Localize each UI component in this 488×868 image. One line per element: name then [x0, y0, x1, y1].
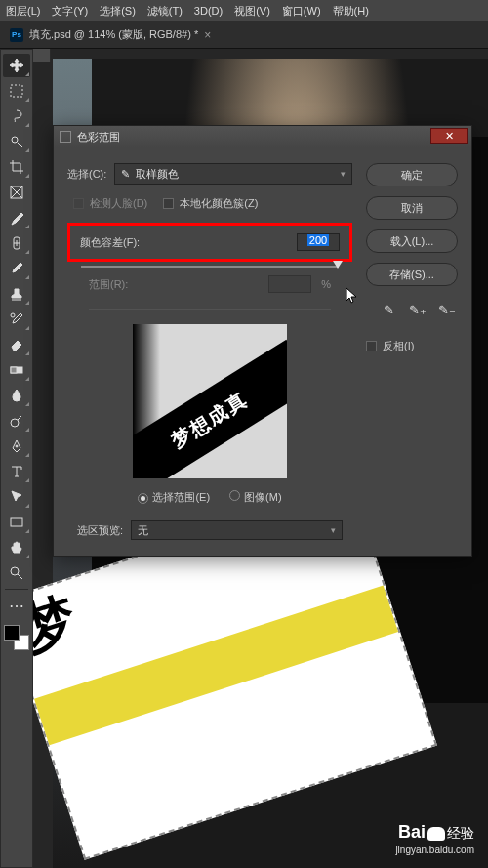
hand-tool[interactable] — [3, 536, 30, 559]
zoom-tool[interactable] — [3, 561, 30, 585]
healing-tool[interactable] — [3, 231, 30, 255]
tab-close-icon[interactable]: × — [204, 28, 211, 42]
save-button[interactable]: 存储(S)... — [366, 263, 458, 286]
dodge-tool[interactable] — [3, 409, 30, 433]
svg-rect-0 — [11, 85, 22, 97]
localized-checkbox[interactable] — [163, 198, 174, 209]
range-label: 范围(R): — [89, 277, 128, 292]
invert-checkbox[interactable] — [366, 341, 377, 351]
color-range-dialog: 色彩范围 ✕ 选择(C): ✎ 取样颜色 ▾ 检测人脸(D) 本地化颜色簇(Z — [53, 125, 472, 557]
menu-window[interactable]: 窗口(W) — [282, 4, 321, 19]
preview-label: 选区预览: — [77, 523, 123, 538]
eyedropper-icon: ✎ — [121, 168, 130, 181]
paw-icon — [427, 827, 445, 841]
ok-button[interactable]: 确定 — [366, 163, 458, 186]
dialog-titlebar[interactable]: 色彩范围 ✕ — [54, 126, 471, 147]
slider-thumb[interactable] — [333, 261, 343, 269]
svg-point-4 — [11, 313, 15, 317]
document-tabbar: Ps 填充.psd @ 114% (蒙版, RGB/8#) * × — [0, 21, 488, 49]
menu-help[interactable]: 帮助(H) — [333, 4, 369, 19]
dialog-title: 色彩范围 — [77, 130, 120, 145]
eyedropper-subtract-icon[interactable]: ✎₋ — [436, 300, 458, 319]
dialog-close-button[interactable]: ✕ — [430, 128, 468, 144]
gradient-tool[interactable] — [3, 358, 30, 382]
document-tab[interactable]: Ps 填充.psd @ 114% (蒙版, RGB/8#) * × — [0, 21, 221, 48]
quick-select-tool[interactable] — [3, 130, 30, 153]
detect-faces-checkbox — [73, 198, 84, 209]
svg-rect-9 — [11, 518, 22, 526]
watermark: Bai经验 jingyan.baidu.com — [395, 821, 474, 856]
fuzziness-slider[interactable] — [81, 266, 339, 268]
invert-label: 反相(I) — [383, 339, 414, 353]
blur-tool[interactable] — [3, 384, 30, 407]
color-swatches[interactable] — [4, 625, 29, 650]
menu-view[interactable]: 视图(V) — [234, 4, 270, 19]
detect-faces-label: 检测人脸(D) — [90, 196, 147, 211]
move-tool[interactable] — [3, 54, 30, 77]
lasso-tool[interactable] — [3, 104, 30, 128]
fuzziness-input[interactable]: 200 — [297, 233, 340, 251]
range-slider — [89, 309, 331, 310]
history-brush-tool[interactable] — [3, 308, 30, 331]
eyedropper-sample-icon[interactable]: ✎ — [378, 300, 399, 319]
selection-preview[interactable]: 梦想成真 — [133, 324, 287, 478]
pen-tool[interactable] — [3, 434, 30, 458]
menu-3d[interactable]: 3D(D) — [194, 5, 223, 17]
svg-point-7 — [11, 419, 19, 427]
select-label: 选择(C): — [67, 167, 106, 182]
eyedropper-tool[interactable] — [3, 206, 30, 229]
fuzziness-label: 颜色容差(F): — [80, 235, 140, 250]
chevron-down-icon: ▾ — [331, 525, 336, 535]
marquee-tool[interactable] — [3, 79, 30, 103]
svg-point-10 — [11, 567, 19, 575]
range-unit: % — [321, 278, 331, 290]
ps-icon: Ps — [10, 28, 23, 42]
menu-select[interactable]: 选择(S) — [100, 4, 136, 19]
cancel-button[interactable]: 取消 — [366, 196, 458, 220]
rectangle-tool[interactable] — [3, 511, 30, 534]
ruler-corner — [33, 49, 51, 62]
menu-layer[interactable]: 图层(L) — [6, 4, 40, 19]
menubar: 图层(L) 文字(Y) 选择(S) 滤镜(T) 3D(D) 视图(V) 窗口(W… — [0, 0, 488, 21]
localized-label: 本地化颜色簇(Z) — [180, 196, 258, 211]
preview-dropdown[interactable]: 无 ▾ — [131, 520, 343, 540]
select-value: 取样颜色 — [136, 167, 179, 182]
dialog-icon — [60, 131, 71, 143]
range-input — [268, 275, 311, 293]
radio-image[interactable]: 图像(M) — [229, 490, 282, 505]
edit-toolbar[interactable]: ⋯ — [3, 594, 30, 617]
menu-type[interactable]: 文字(Y) — [52, 4, 88, 19]
tab-title: 填充.psd @ 114% (蒙版, RGB/8#) * — [29, 27, 198, 42]
svg-point-8 — [16, 445, 18, 447]
type-tool[interactable] — [3, 460, 30, 483]
eraser-tool[interactable] — [3, 333, 30, 356]
load-button[interactable]: 载入(L)... — [366, 229, 458, 253]
crop-tool[interactable] — [3, 155, 30, 179]
foreground-color[interactable] — [4, 625, 20, 641]
eyedropper-add-icon[interactable]: ✎₊ — [407, 300, 428, 319]
radio-selection[interactable]: 选择范围(E) — [138, 490, 210, 505]
fuzziness-highlight: 颜色容差(F): 200 — [67, 223, 352, 262]
svg-point-1 — [12, 137, 18, 143]
path-select-tool[interactable] — [3, 485, 30, 509]
stamp-tool[interactable] — [3, 282, 30, 306]
select-dropdown[interactable]: ✎ 取样颜色 ▾ — [114, 163, 352, 185]
board-yellow-stripe — [34, 585, 398, 745]
brush-tool[interactable] — [3, 257, 30, 280]
menu-filter[interactable]: 滤镜(T) — [147, 4, 183, 19]
board-text: 梦 — [33, 583, 81, 669]
chevron-down-icon: ▾ — [341, 169, 346, 179]
frame-tool[interactable] — [3, 181, 30, 204]
tools-panel: ⋯ — [0, 49, 33, 868]
svg-rect-6 — [11, 367, 17, 373]
